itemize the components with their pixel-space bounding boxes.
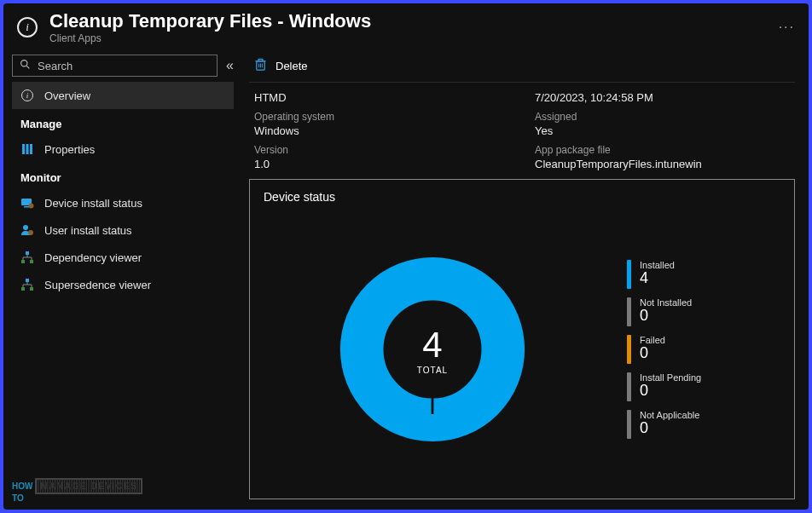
info-icon: i xyxy=(20,89,34,102)
property-cell: Assigned Yes xyxy=(535,111,790,137)
legend-item-installed: Installed 4 xyxy=(627,260,780,289)
legend-value: 4 xyxy=(640,270,675,285)
sidebar-item-supersedence-viewer[interactable]: Supersedence viewer xyxy=(12,271,234,298)
legend-label: Not Applicable xyxy=(640,410,699,420)
divider xyxy=(249,82,795,83)
sidebar-item-dependency-viewer[interactable]: Dependency viewer xyxy=(12,244,234,271)
device-icon xyxy=(20,196,34,210)
search-input[interactable]: Search xyxy=(12,55,218,77)
svg-point-0 xyxy=(21,61,27,66)
svg-rect-17 xyxy=(26,279,29,282)
legend-value: 0 xyxy=(640,420,699,435)
page-header: i Cleanup Temporary Files - Windows Clie… xyxy=(3,3,809,48)
delete-icon xyxy=(254,58,267,73)
property-value: CleanupTemporaryFiles.intunewin xyxy=(535,158,790,170)
legend-label: Install Pending xyxy=(640,372,701,383)
sidebar-item-label: Dependency viewer xyxy=(44,251,142,264)
legend-item-not-applicable: Not Applicable 0 xyxy=(627,410,780,439)
watermark-logo: HOW MANAGE DEVICES TO xyxy=(12,478,142,503)
property-cell: Operating system Windows xyxy=(254,111,509,137)
legend-value: 0 xyxy=(640,383,701,398)
sidebar-section-monitor: Monitor xyxy=(12,163,234,189)
search-icon xyxy=(20,59,31,72)
property-value: Yes xyxy=(535,124,790,137)
svg-point-9 xyxy=(28,230,33,235)
property-cell: 7/20/2023, 10:24:58 PM xyxy=(535,91,790,104)
properties-grid: HTMD 7/20/2023, 10:24:58 PM Operating sy… xyxy=(249,89,795,179)
sidebar-item-label: User install status xyxy=(44,224,132,237)
app-body: Search « i Overview Manage Properties Mo… xyxy=(3,48,809,510)
legend-value: 0 xyxy=(640,308,692,323)
search-placeholder: Search xyxy=(38,60,72,72)
svg-rect-4 xyxy=(30,144,32,154)
property-cell: HTMD xyxy=(254,91,509,104)
donut-total-value: 4 xyxy=(422,325,442,366)
svg-point-7 xyxy=(29,204,34,209)
property-cell: App package file CleanupTemporaryFiles.i… xyxy=(535,144,790,170)
svg-line-1 xyxy=(26,66,29,68)
user-icon xyxy=(20,223,34,237)
hierarchy-icon xyxy=(20,278,34,291)
legend-color-bar xyxy=(627,372,631,401)
svg-rect-6 xyxy=(24,206,29,208)
svg-rect-10 xyxy=(26,251,29,255)
legend-color-bar xyxy=(627,297,631,326)
legend-item-not-installed: Not Installed 0 xyxy=(627,297,780,326)
sidebar-item-properties[interactable]: Properties xyxy=(12,135,234,163)
sidebar-item-label: Supersedence viewer xyxy=(44,279,151,291)
property-label: Operating system xyxy=(254,111,509,123)
svg-rect-2 xyxy=(22,144,25,154)
device-status-panel: Device status 4 TOTAL xyxy=(249,179,795,499)
svg-rect-12 xyxy=(30,260,33,263)
chart-legend: Installed 4 Not Installed 0 xyxy=(627,260,780,439)
delete-button[interactable]: Delete xyxy=(276,60,308,72)
svg-point-8 xyxy=(23,225,28,230)
hierarchy-icon xyxy=(20,251,34,264)
property-value: 7/20/2023, 10:24:58 PM xyxy=(535,91,790,104)
legend-color-bar xyxy=(627,260,631,289)
legend-value: 0 xyxy=(640,345,665,360)
property-value: Windows xyxy=(254,124,509,137)
legend-color-bar xyxy=(627,335,631,364)
property-value: 1.0 xyxy=(254,158,509,170)
info-icon: i xyxy=(17,17,38,37)
svg-rect-26 xyxy=(258,59,263,61)
property-label: App package file xyxy=(535,144,790,156)
main-content: Delete HTMD 7/20/2023, 10:24:58 PM Opera… xyxy=(242,48,809,510)
donut-total-label: TOTAL xyxy=(417,366,448,375)
legend-item-failed: Failed 0 xyxy=(627,335,780,364)
legend-color-bar xyxy=(627,410,631,439)
property-value: HTMD xyxy=(254,91,509,104)
property-label: Assigned xyxy=(535,111,790,123)
sidebar-item-overview[interactable]: i Overview xyxy=(12,82,234,109)
sidebar-item-device-install-status[interactable]: Device install status xyxy=(12,189,234,216)
sidebar: Search « i Overview Manage Properties Mo… xyxy=(3,48,242,510)
sidebar-section-manage: Manage xyxy=(12,109,234,135)
sidebar-item-user-install-status[interactable]: User install status xyxy=(12,216,234,244)
svg-rect-11 xyxy=(21,260,25,263)
chart-row: 4 TOTAL Installed 4 xyxy=(264,210,780,488)
collapse-sidebar-button[interactable]: « xyxy=(226,58,234,73)
svg-rect-18 xyxy=(21,287,25,291)
more-menu-button[interactable]: ··· xyxy=(779,20,795,35)
svg-rect-3 xyxy=(26,144,29,154)
legend-item-install-pending: Install Pending 0 xyxy=(627,372,780,401)
svg-rect-19 xyxy=(30,287,33,291)
sidebar-item-label: Properties xyxy=(44,143,95,156)
app-window: i Cleanup Temporary Files - Windows Clie… xyxy=(3,3,809,510)
properties-icon xyxy=(20,142,34,156)
toolbar: Delete xyxy=(249,55,795,77)
panel-title: Device status xyxy=(264,190,780,204)
title-block: Cleanup Temporary Files - Windows Client… xyxy=(49,10,767,44)
page-title: Cleanup Temporary Files - Windows xyxy=(49,10,767,32)
property-cell: Version 1.0 xyxy=(254,144,509,170)
property-label: Version xyxy=(254,144,509,156)
donut-chart: 4 TOTAL xyxy=(264,210,601,488)
sidebar-item-label: Overview xyxy=(44,89,90,102)
page-subtitle: Client Apps xyxy=(49,32,767,44)
sidebar-item-label: Device install status xyxy=(44,197,142,210)
